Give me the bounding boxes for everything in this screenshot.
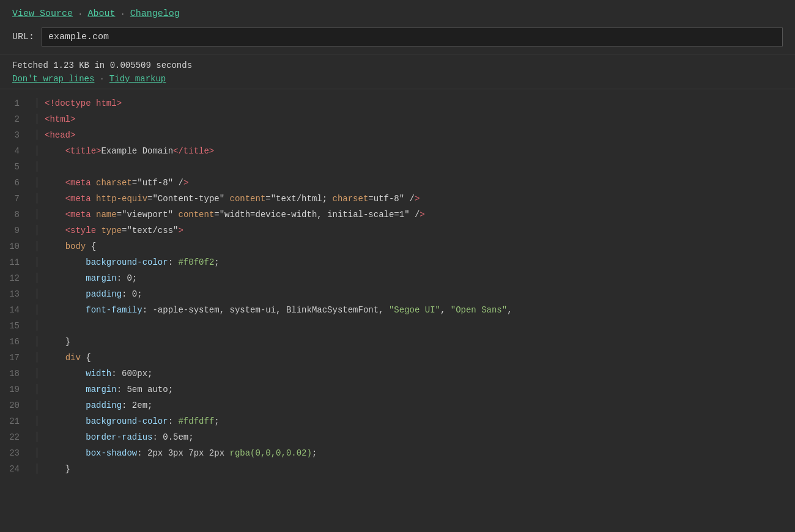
line-content: border-radius: 0.5em;: [45, 429, 194, 445]
line-number: 8: [0, 207, 29, 223]
line-content: <meta http-equiv="Content-type" content=…: [45, 191, 420, 207]
line-separator: │: [34, 238, 40, 254]
line-number: 12: [0, 270, 29, 286]
table-row: 8│ <meta name="viewport" content="width=…: [0, 207, 795, 223]
action-separator: ·: [99, 74, 104, 84]
line-content: <meta charset="utf-8" />: [45, 175, 188, 191]
line-content: margin: 0;: [45, 270, 137, 286]
line-content: <html>: [45, 111, 75, 127]
line-content: background-color: #f0f0f2;: [45, 254, 220, 270]
table-row: 12│ margin: 0;: [0, 270, 795, 286]
line-number: 3: [0, 127, 29, 143]
line-separator: │: [34, 366, 40, 382]
line-separator: │: [34, 461, 40, 477]
line-separator: │: [34, 429, 40, 445]
line-number: 5: [0, 159, 29, 175]
table-row: 21│ background-color: #fdfdff;: [0, 413, 795, 429]
table-row: 2│<html>: [0, 111, 795, 127]
table-row: 17│ div {: [0, 350, 795, 366]
url-row: URL:: [12, 28, 783, 46]
url-input[interactable]: [42, 28, 783, 46]
line-separator: │: [34, 175, 40, 191]
line-separator: │: [34, 127, 40, 143]
line-separator: │: [34, 223, 40, 238]
line-number: 22: [0, 429, 29, 445]
line-content: div {: [45, 350, 91, 366]
line-number: 7: [0, 191, 29, 207]
line-number: 10: [0, 238, 29, 254]
line-separator: │: [34, 254, 40, 270]
dont-wrap-link[interactable]: Don't wrap lines: [12, 74, 94, 84]
line-content: <!doctype html>: [45, 95, 122, 111]
line-separator: │: [34, 445, 40, 461]
line-number: 17: [0, 350, 29, 366]
line-separator: │: [34, 191, 40, 207]
table-row: 1│<!doctype html>: [0, 95, 795, 111]
table-row: 15│: [0, 318, 795, 334]
line-content: background-color: #fdfdff;: [45, 413, 220, 429]
table-row: 24│ }: [0, 461, 795, 477]
line-content: padding: 0;: [45, 286, 142, 302]
nav-separator-1: ·: [78, 9, 83, 19]
table-row: 14│ font-family: -apple-system, system-u…: [0, 302, 795, 318]
line-content: margin: 5em auto;: [45, 382, 173, 397]
line-separator: │: [34, 95, 40, 111]
line-content: box-shadow: 2px 3px 7px 2px rgba(0,0,0,0…: [45, 445, 317, 461]
table-row: 5│: [0, 159, 795, 175]
line-number: 16: [0, 334, 29, 350]
action-links: Don't wrap lines · Tidy markup: [12, 74, 783, 84]
line-content: padding: 2em;: [45, 397, 152, 413]
line-number: 14: [0, 302, 29, 318]
line-number: 1: [0, 95, 29, 111]
table-row: 3│<head>: [0, 127, 795, 143]
table-row: 19│ margin: 5em auto;: [0, 382, 795, 397]
line-number: 11: [0, 254, 29, 270]
line-number: 13: [0, 286, 29, 302]
fetch-info: Fetched 1.23 KB in 0.005509 seconds: [12, 61, 783, 70]
table-row: 13│ padding: 0;: [0, 286, 795, 302]
line-content: }: [45, 461, 70, 477]
line-separator: │: [34, 143, 40, 159]
table-row: 10│ body {: [0, 238, 795, 254]
line-content: <head>: [45, 127, 75, 143]
line-content: }: [45, 334, 70, 350]
line-separator: │: [34, 318, 40, 334]
line-content: <style type="text/css">: [45, 223, 183, 238]
table-row: 9│ <style type="text/css">: [0, 223, 795, 238]
line-number: 4: [0, 143, 29, 159]
table-row: 20│ padding: 2em;: [0, 397, 795, 413]
line-separator: │: [34, 397, 40, 413]
tidy-markup-link[interactable]: Tidy markup: [109, 74, 166, 84]
table-row: 23│ box-shadow: 2px 3px 7px 2px rgba(0,0…: [0, 445, 795, 461]
table-row: 22│ border-radius: 0.5em;: [0, 429, 795, 445]
line-number: 20: [0, 397, 29, 413]
nav-separator-2: ·: [120, 9, 125, 19]
line-separator: │: [34, 111, 40, 127]
table-row: 16│ }: [0, 334, 795, 350]
nav-links: View Source · About · Changelog: [12, 9, 783, 19]
line-content: <title>Example Domain</title>: [45, 143, 214, 159]
about-link[interactable]: About: [87, 9, 115, 19]
line-separator: │: [34, 302, 40, 318]
line-content: width: 600px;: [45, 366, 152, 382]
line-number: 21: [0, 413, 29, 429]
code-container: 1│<!doctype html>2│<html>3│<head>4│ <tit…: [0, 89, 795, 483]
line-number: 15: [0, 318, 29, 334]
url-label: URL:: [12, 32, 34, 42]
line-separator: │: [34, 334, 40, 350]
line-number: 6: [0, 175, 29, 191]
header: View Source · About · Changelog URL:: [0, 0, 795, 54]
table-row: 6│ <meta charset="utf-8" />: [0, 175, 795, 191]
line-number: 2: [0, 111, 29, 127]
status-bar: Fetched 1.23 KB in 0.005509 seconds Don'…: [0, 54, 795, 89]
line-separator: │: [34, 207, 40, 223]
view-source-link[interactable]: View Source: [12, 9, 73, 19]
line-content: <meta name="viewport" content="width=dev…: [45, 207, 425, 223]
line-separator: │: [34, 413, 40, 429]
line-separator: │: [34, 350, 40, 366]
line-separator: │: [34, 270, 40, 286]
line-number: 18: [0, 366, 29, 382]
table-row: 7│ <meta http-equiv="Content-type" conte…: [0, 191, 795, 207]
changelog-link[interactable]: Changelog: [130, 9, 180, 19]
line-separator: │: [34, 159, 40, 175]
